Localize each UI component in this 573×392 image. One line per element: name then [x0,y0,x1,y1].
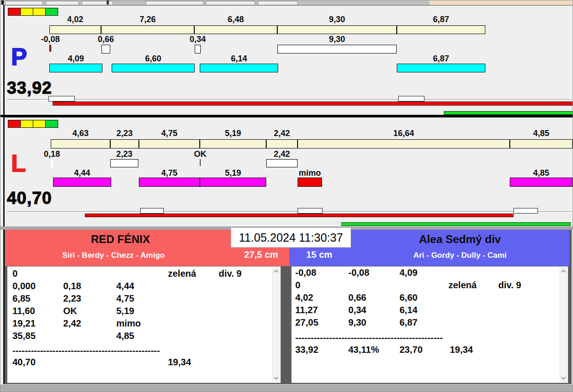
split-segment [110,139,139,148]
toolbar-fragment [258,1,298,5]
scroll-down-arrow-icon[interactable] [561,375,566,380]
log-cell: div. 9 [219,268,242,279]
log-cell: 6,85 [12,293,30,303]
log-cell: ----------------------------------------… [295,333,443,343]
log-row: 11,270,346,14 [292,305,568,316]
log-cell: zelená [448,280,477,290]
changeover-box [195,45,201,53]
log-row: ----------------------------------------… [7,345,281,356]
split-segment [266,139,298,148]
changeover-box [110,159,138,167]
dog-run-bar [298,178,322,187]
log-cell: 40,70 [12,357,36,367]
scroll-down-arrow-icon[interactable] [274,375,279,380]
lane-visualization-l: 4,632,234,755,192,4216,644,850,182,23OK2… [5,118,573,226]
log-row: 6,852,234,75 [7,293,281,304]
timeline-marker-box [513,208,538,214]
split-segment [397,25,485,34]
scrollbar[interactable] [560,267,567,382]
log-cell: 43,11% [348,344,379,355]
changeover-box [200,159,201,166]
lane-visualization-p: 4,027,266,489,306,87-0,080,660,349,304,0… [5,6,573,115]
timeline-green-bar [341,222,571,226]
changeover-box [266,159,298,167]
timeline-track [7,211,571,212]
changeover-time-label: 0,66 [98,35,114,43]
split-time-label: 2,42 [274,129,290,137]
timeline-track [7,99,571,100]
changeover-box [101,45,110,53]
log-row: 11,60OK5,19 [7,306,281,317]
log-cell: -0,08 [295,267,316,278]
split-time-label: 2,23 [116,129,132,137]
app-window: P 33,92 4,027,266,489,306,87-0,080,660,3… [0,0,573,392]
run-log-left[interactable]: 0zelenádiv. 90,0000,184,446,852,234,7511… [7,266,281,383]
toolbar-fragment [206,1,255,5]
split-time-label: 4,02 [67,15,83,24]
split-time-label: 4,85 [533,129,549,137]
changeover-time-label: 2,23 [116,150,132,158]
timeline-marker-box [140,208,164,214]
log-cell: 4,85 [116,331,134,341]
log-cell: OK [63,306,77,316]
lane-panel-l: L 40,70 4,632,234,755,192,4216,644,850,1… [5,117,573,226]
log-cell: 23,70 [400,344,423,355]
team-dogs-right: Ari - Gordy - Dully - Cami [352,251,568,260]
log-cell: 6,60 [400,292,418,303]
log-cell: 0 [12,268,18,279]
log-row: 40,7019,34 [7,357,281,368]
log-cell: 11,27 [295,305,318,315]
log-cell: 4,44 [116,281,134,291]
timeline-marker-box [48,96,75,101]
split-segment [194,25,277,34]
changeover-time-label: 2,42 [274,150,290,158]
log-row: 33,9243,11%23,7019,34 [292,344,568,356]
log-cell: 2,23 [63,293,81,303]
scroll-up-arrow-icon[interactable] [274,270,279,274]
log-cell: 27,05 [295,317,318,327]
dog-run-bar [49,64,102,72]
jump-height-right: 15 cm [296,249,342,260]
split-segment [200,139,266,148]
scroll-up-arrow-icon[interactable] [561,270,566,274]
log-row: 0zelenádiv. 9 [292,280,568,291]
log-row: -0,08-0,084,09 [292,267,568,279]
dog-time-label: 4,44 [74,169,90,177]
changeover-time-label: 0,34 [190,35,206,43]
log-row: 0,0000,184,44 [7,281,281,292]
split-segment [139,139,200,148]
dog-time-label: 6,60 [145,54,161,63]
changeover-box [277,45,397,53]
split-segment [51,139,110,148]
dog-time-label: 4,09 [68,54,84,63]
log-cell: zelená [168,268,196,279]
timeline-red-bar [53,101,573,106]
log-cell: 35,85 [12,331,36,341]
log-cell: 19,34 [168,357,191,367]
log-row: 35,854,85 [7,331,281,342]
split-time-label: 7,26 [139,15,155,24]
dog-run-bar [200,64,278,72]
log-cell: 6,14 [400,305,418,315]
split-segment [510,139,573,148]
log-cell: 4,75 [116,293,134,303]
scrollbar[interactable] [272,267,280,382]
log-cell: 19,21 [12,318,36,328]
split-time-label: 4,63 [72,129,89,137]
team-name-left: RED FÉNIX [5,233,236,246]
log-cell: 0,66 [348,292,366,303]
toolbar-fragment [146,1,203,5]
log-cell: 0,34 [348,305,366,315]
log-cell: 2,42 [63,318,81,328]
log-cell: ----------------------------------------… [12,345,160,356]
dog-time-label: 4,75 [161,169,177,177]
changeover-box [49,45,51,52]
log-cell: 19,34 [450,344,473,355]
log-cell: 5,19 [116,306,134,316]
log-row: 19,212,42mimo [7,318,281,329]
log-cell: 0,000 [12,281,36,291]
changeover-time-label: 0,18 [44,150,60,158]
changeover-time-label: 9,30 [329,35,345,43]
datetime-display: 11.05.2024 11:30:37 [231,227,351,248]
run-log-right[interactable]: -0,08-0,084,090zelenádiv. 94,020,666,601… [291,266,568,383]
